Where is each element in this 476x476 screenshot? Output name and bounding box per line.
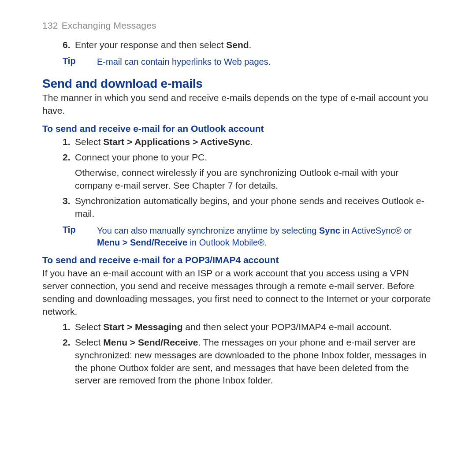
list-item-body: Select Menu > Send/Receive. The messages… xyxy=(75,336,434,387)
tip-body: You can also manually synchronize anytim… xyxy=(97,225,434,249)
continuation-paragraph: Otherwise, connect wirelessly if you are… xyxy=(75,167,434,192)
bold-text: Start > Applications > ActiveSync xyxy=(103,137,250,147)
pop3-steps: 1. Select Start > Messaging and then sel… xyxy=(63,321,434,387)
continued-ordered-list: 6. Enter your response and then select S… xyxy=(63,39,434,52)
list-marker: 1. xyxy=(63,136,75,149)
tip-label: Tip xyxy=(63,56,97,66)
outlook-steps: 1. Select Start > Applications > ActiveS… xyxy=(63,136,434,220)
text: and then select your POP3/IMAP4 e-mail a… xyxy=(183,322,392,332)
text: You can also manually synchronize anytim… xyxy=(97,226,319,235)
list-item: 3. Synchronization automatically begins,… xyxy=(63,195,434,220)
bold-text: Menu > Send/Receive xyxy=(97,238,187,247)
list-item-body: Enter your response and then select Send… xyxy=(75,39,434,52)
text: Select xyxy=(75,337,103,347)
bold-text: Start > Messaging xyxy=(103,322,182,332)
pop3-intro: If you have an e-mail account with an IS… xyxy=(42,267,434,318)
tip-body: E-mail can contain hyperlinks to Web pag… xyxy=(97,56,434,68)
section-intro: The manner in which you send and receive… xyxy=(42,92,434,117)
manual-page: 132Exchanging Messages 6. Enter your res… xyxy=(0,0,476,416)
tip-label: Tip xyxy=(63,225,97,235)
list-item: 1. Select Start > Applications > ActiveS… xyxy=(63,136,434,149)
bold-text: Sync xyxy=(319,226,340,235)
list-item: 2. Connect your phone to your PC. Otherw… xyxy=(63,151,434,192)
list-marker: 1. xyxy=(63,321,75,334)
text: Connect your phone to your PC. xyxy=(75,152,207,162)
text: Select xyxy=(75,322,103,332)
subheading-pop3: To send and receive e-mail for a POP3/IM… xyxy=(42,255,434,265)
subheading-outlook: To send and receive e-mail for an Outloo… xyxy=(42,123,434,134)
list-marker: 6. xyxy=(63,39,75,52)
running-header: 132Exchanging Messages xyxy=(42,20,434,31)
text: . xyxy=(250,137,253,147)
text: . xyxy=(249,40,252,50)
list-item-body: Select Start > Messaging and then select… xyxy=(75,321,434,334)
list-item: 6. Enter your response and then select S… xyxy=(63,39,434,52)
list-marker: 2. xyxy=(63,151,75,164)
list-marker: 2. xyxy=(63,336,75,349)
list-item-body: Connect your phone to your PC. Otherwise… xyxy=(75,151,434,192)
page-number: 132 xyxy=(42,20,58,30)
bold-text: Menu > Send/Receive xyxy=(103,337,198,347)
tip-callout: Tip E-mail can contain hyperlinks to Web… xyxy=(63,56,434,68)
text: in Outlook Mobile®. xyxy=(187,238,267,247)
text: in ActiveSync® or xyxy=(340,226,412,235)
section-heading: Send and download e-mails xyxy=(42,77,434,91)
list-marker: 3. xyxy=(63,195,75,208)
bold-text: Send xyxy=(226,40,249,50)
text: Enter your response and then select xyxy=(75,40,226,50)
list-item-body: Synchronization automatically begins, an… xyxy=(75,195,434,220)
list-item-body: Select Start > Applications > ActiveSync… xyxy=(75,136,434,149)
list-item: 2. Select Menu > Send/Receive. The messa… xyxy=(63,336,434,387)
tip-callout: Tip You can also manually synchronize an… xyxy=(63,225,434,249)
text: Synchronization automatically begins, an… xyxy=(75,196,424,219)
chapter-title: Exchanging Messages xyxy=(62,20,156,30)
list-item: 1. Select Start > Messaging and then sel… xyxy=(63,321,434,334)
text: Select xyxy=(75,137,103,147)
